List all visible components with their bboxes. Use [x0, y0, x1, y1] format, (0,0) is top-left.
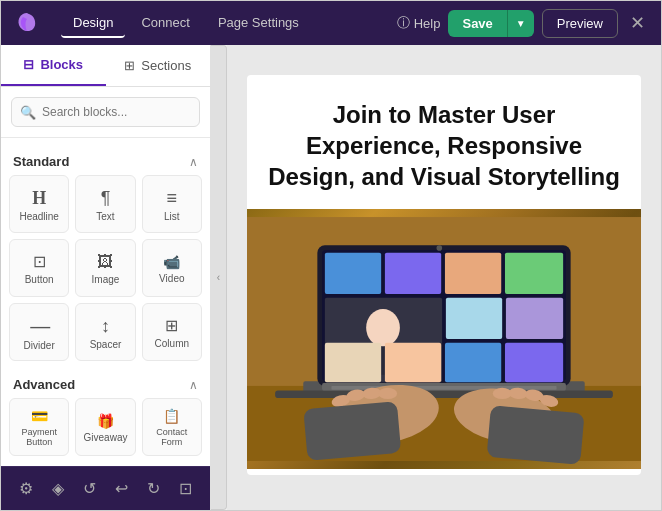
standard-section-header: Standard ∧ — [9, 146, 202, 175]
main-area: ⊟ Blocks ⊞ Sections 🔍 Standard — [1, 45, 661, 510]
search-input[interactable] — [11, 97, 200, 127]
toolbar-undo-icon[interactable]: ↩ — [109, 473, 134, 504]
nav-tabs: Design Connect Page Settings — [61, 9, 377, 38]
toolbar-settings-icon[interactable]: ⚙ — [13, 473, 39, 504]
block-list[interactable]: ≡ List — [142, 175, 202, 233]
sidebar-tabs: ⊟ Blocks ⊞ Sections — [1, 45, 210, 87]
text-label: Text — [96, 211, 114, 222]
svg-rect-3 — [275, 390, 613, 398]
canvas-text-block: Join to Master User Experience, Responsi… — [247, 75, 641, 209]
block-headline[interactable]: H Headline — [9, 175, 69, 233]
svg-rect-7 — [385, 252, 441, 293]
block-contact-form[interactable]: 📋 Contact Form — [142, 398, 202, 456]
help-link[interactable]: ⓘ Help — [397, 14, 441, 32]
svg-rect-6 — [325, 252, 381, 293]
block-image[interactable]: 🖼 Image — [75, 239, 135, 297]
canvas-image — [247, 209, 641, 469]
svg-rect-14 — [506, 297, 563, 338]
search-icon: 🔍 — [20, 105, 36, 120]
svg-rect-13 — [446, 297, 502, 338]
spacer-label: Spacer — [90, 339, 122, 350]
search-wrapper: 🔍 — [11, 97, 200, 127]
standard-section-title: Standard — [13, 154, 69, 169]
button-icon: ⊡ — [33, 254, 46, 270]
list-icon: ≡ — [167, 189, 178, 207]
tab-sections[interactable]: ⊞ Sections — [106, 45, 211, 86]
chevron-down-icon: ▼ — [516, 18, 526, 29]
payment-button-icon: 💳 — [31, 409, 48, 423]
search-container: 🔍 — [1, 87, 210, 138]
advanced-section-toggle[interactable]: ∧ — [189, 378, 198, 392]
svg-point-11 — [366, 309, 400, 347]
tab-blocks[interactable]: ⊟ Blocks — [1, 45, 106, 86]
standard-blocks-grid: H Headline ¶ Text ≡ List ⊡ Button — [9, 175, 202, 361]
divider-label: Divider — [24, 340, 55, 351]
svg-rect-8 — [445, 252, 501, 293]
save-button[interactable]: Save — [448, 10, 506, 37]
advanced-blocks-grid: 💳 Payment Button 🎁 Giveaway 📋 Contact Fo… — [9, 398, 202, 456]
svg-rect-32 — [303, 401, 401, 461]
advanced-section-title: Advanced — [13, 377, 75, 392]
blocks-icon: ⊟ — [23, 57, 34, 72]
canvas-area: Join to Master User Experience, Responsi… — [227, 45, 661, 510]
nav-tab-design[interactable]: Design — [61, 9, 125, 38]
video-label: Video — [159, 273, 184, 284]
svg-point-27 — [378, 387, 397, 398]
save-btn-group: Save ▼ — [448, 10, 533, 37]
button-label: Button — [25, 274, 54, 285]
svg-point-19 — [436, 245, 442, 251]
text-icon: ¶ — [101, 189, 111, 207]
nav-tab-connect[interactable]: Connect — [129, 9, 201, 38]
standard-section-toggle[interactable]: ∧ — [189, 155, 198, 169]
sidebar-collapse-button[interactable]: ‹ — [211, 45, 227, 510]
svg-rect-17 — [445, 342, 501, 381]
blocks-content: Standard ∧ H Headline ¶ Text ≡ List — [1, 138, 210, 466]
save-dropdown-button[interactable]: ▼ — [507, 10, 534, 37]
block-button[interactable]: ⊡ Button — [9, 239, 69, 297]
svg-rect-15 — [325, 342, 381, 381]
video-icon: 📹 — [163, 255, 180, 269]
giveaway-label: Giveaway — [84, 432, 128, 443]
toolbar-layers-icon[interactable]: ◈ — [46, 473, 70, 504]
sidebar-toolbar: ⚙ ◈ ↺ ↩ ↻ ⊡ — [1, 466, 210, 510]
image-icon: 🖼 — [97, 254, 113, 270]
svg-point-31 — [493, 387, 512, 398]
nav-right: ⓘ Help Save ▼ Preview ✕ — [397, 9, 649, 38]
column-icon: ⊞ — [165, 318, 178, 334]
svg-rect-16 — [385, 342, 441, 381]
block-video[interactable]: 📹 Video — [142, 239, 202, 297]
list-label: List — [164, 211, 180, 222]
block-payment-button[interactable]: 💳 Payment Button — [9, 398, 69, 456]
headline-icon: H — [32, 189, 46, 207]
close-button[interactable]: ✕ — [626, 12, 649, 34]
block-spacer[interactable]: ↕ Spacer — [75, 303, 135, 361]
svg-rect-9 — [505, 252, 563, 293]
svg-rect-18 — [505, 342, 563, 381]
canvas-content: Join to Master User Experience, Responsi… — [247, 75, 641, 475]
chevron-left-icon: ‹ — [217, 272, 220, 283]
svg-rect-33 — [487, 405, 585, 465]
image-label: Image — [92, 274, 120, 285]
payment-button-label: Payment Button — [14, 427, 64, 447]
headline-label: Headline — [19, 211, 58, 222]
spacer-icon: ↕ — [101, 317, 110, 335]
block-divider[interactable]: — Divider — [9, 303, 69, 361]
toolbar-refresh-icon[interactable]: ↺ — [77, 473, 102, 504]
block-text[interactable]: ¶ Text — [75, 175, 135, 233]
sidebar: ⊟ Blocks ⊞ Sections 🔍 Standard — [1, 45, 211, 510]
canvas-title: Join to Master User Experience, Responsi… — [267, 99, 621, 193]
block-column[interactable]: ⊞ Column — [142, 303, 202, 361]
help-label: Help — [414, 16, 441, 31]
top-nav: Design Connect Page Settings ⓘ Help Save… — [1, 1, 661, 45]
advanced-section-header: Advanced ∧ — [9, 369, 202, 398]
nav-tab-page-settings[interactable]: Page Settings — [206, 9, 311, 38]
toolbar-redo-icon[interactable]: ↻ — [141, 473, 166, 504]
sections-icon: ⊞ — [124, 58, 135, 73]
contact-form-icon: 📋 — [163, 409, 180, 423]
toolbar-device-icon[interactable]: ⊡ — [173, 473, 198, 504]
help-circle-icon: ⓘ — [397, 14, 410, 32]
app-container: Design Connect Page Settings ⓘ Help Save… — [0, 0, 662, 511]
column-label: Column — [155, 338, 189, 349]
block-giveaway[interactable]: 🎁 Giveaway — [75, 398, 135, 456]
preview-button[interactable]: Preview — [542, 9, 618, 38]
